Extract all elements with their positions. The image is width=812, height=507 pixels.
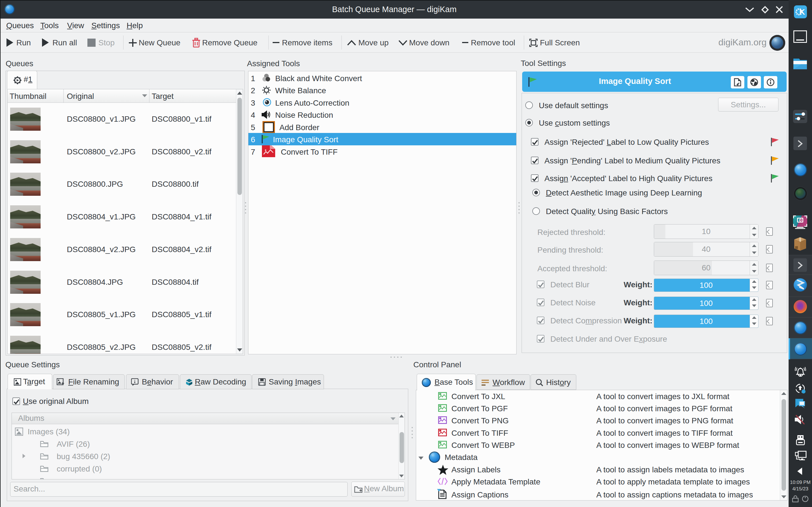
svg-text:K: K — [799, 8, 805, 16]
